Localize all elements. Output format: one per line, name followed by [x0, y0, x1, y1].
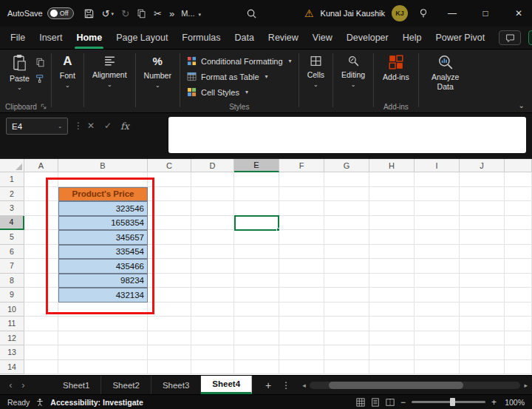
scroll-left-icon[interactable]: ◂: [302, 382, 306, 389]
cell-G5[interactable]: [324, 230, 369, 245]
cell-B5[interactable]: 345657: [58, 230, 148, 245]
cell-A11[interactable]: [24, 317, 58, 331]
cell-A2[interactable]: [24, 187, 58, 202]
autosave-toggle[interactable]: Off: [47, 7, 74, 19]
cancel-entry-icon[interactable]: ✕: [87, 121, 95, 131]
cell-B7[interactable]: 435466: [58, 259, 148, 274]
cell-B2[interactable]: Product's Price: [58, 187, 148, 202]
cell-C13[interactable]: [148, 345, 191, 360]
more-commands-icon[interactable]: »: [169, 9, 174, 18]
copy-small-icon[interactable]: [35, 58, 45, 67]
cut-icon[interactable]: ✂: [154, 9, 162, 18]
cell-D4[interactable]: [191, 216, 234, 231]
cell-F14[interactable]: [279, 360, 324, 375]
user-name[interactable]: Kunal Jai Kaushik: [321, 9, 385, 18]
cell-A14[interactable]: [24, 360, 58, 375]
cell-F4[interactable]: [279, 216, 324, 231]
close-button[interactable]: ✕: [505, 0, 532, 27]
search-icon[interactable]: [246, 8, 257, 19]
row-header-11[interactable]: 11: [0, 317, 24, 331]
clipboard-dialog-launcher-icon[interactable]: [41, 104, 47, 109]
cells-button[interactable]: Cells ⌄: [303, 52, 329, 87]
cell-H9[interactable]: [369, 288, 415, 302]
cell-partial-row-11[interactable]: [505, 317, 532, 331]
redo-button[interactable]: ↻: [121, 9, 129, 18]
column-header-partial[interactable]: [505, 159, 532, 172]
sheet-nav-right-icon[interactable]: ›: [17, 379, 30, 391]
cell-C7[interactable]: [148, 259, 191, 274]
cell-I1[interactable]: [415, 172, 460, 187]
cell-J6[interactable]: [460, 245, 505, 260]
cell-B13[interactable]: [58, 345, 148, 360]
cell-I10[interactable]: [415, 302, 460, 317]
cell-J1[interactable]: [460, 172, 505, 187]
cell-D5[interactable]: [191, 230, 234, 245]
font-button[interactable]: A Font ⌄: [55, 52, 80, 88]
cell-I13[interactable]: [415, 345, 460, 360]
column-header-e[interactable]: E: [234, 159, 279, 172]
new-sheet-button[interactable]: +: [265, 379, 271, 391]
cell-F7[interactable]: [279, 259, 324, 274]
cell-G1[interactable]: [324, 172, 369, 187]
cell-I12[interactable]: [415, 331, 460, 346]
cell-A12[interactable]: [24, 331, 58, 346]
cell-C9[interactable]: [148, 288, 191, 302]
cell-H2[interactable]: [369, 187, 415, 202]
cell-E7[interactable]: [234, 259, 279, 274]
format-as-table-button[interactable]: Format as Table ▾: [184, 69, 295, 84]
cell-H12[interactable]: [369, 331, 415, 346]
menu-item-power-pivot[interactable]: Power Pivot: [435, 27, 485, 49]
cell-B11[interactable]: [58, 317, 148, 331]
cell-J11[interactable]: [460, 317, 505, 331]
menu-item-file[interactable]: File: [10, 27, 25, 49]
cell-partial-row-10[interactable]: [505, 302, 532, 317]
cell-E14[interactable]: [234, 360, 279, 375]
cell-B8[interactable]: 98234: [58, 274, 148, 288]
menu-item-developer[interactable]: Developer: [347, 27, 389, 49]
save-icon[interactable]: [83, 8, 95, 19]
scrollbar-thumb[interactable]: [329, 382, 464, 389]
column-header-h[interactable]: H: [369, 159, 415, 172]
menu-item-view[interactable]: View: [313, 27, 332, 49]
collapse-ribbon-icon[interactable]: ⌄: [519, 101, 525, 109]
cell-E13[interactable]: [234, 345, 279, 360]
conditional-formatting-button[interactable]: Conditional Formatting ▾: [184, 53, 295, 69]
cell-I2[interactable]: [415, 187, 460, 202]
sheet-nav-left-icon[interactable]: ‹: [4, 379, 17, 391]
sheet-tab-sheet4[interactable]: Sheet4: [201, 376, 252, 394]
cell-D8[interactable]: [191, 274, 234, 288]
cell-B9[interactable]: 432134: [58, 288, 148, 302]
horizontal-scrollbar[interactable]: ◂ ▸: [302, 382, 528, 389]
quick-access-menu[interactable]: M... ▾: [181, 9, 201, 18]
cell-F11[interactable]: [279, 317, 324, 331]
cell-E8[interactable]: [234, 274, 279, 288]
cell-A10[interactable]: [24, 302, 58, 317]
analyze-data-button[interactable]: Analyze Data: [423, 52, 468, 91]
cell-partial-row-6[interactable]: [505, 245, 532, 260]
cell-C4[interactable]: [148, 216, 191, 231]
normal-view-icon[interactable]: [356, 398, 365, 407]
cell-F6[interactable]: [279, 245, 324, 260]
cell-J3[interactable]: [460, 201, 505, 216]
cell-A3[interactable]: [24, 201, 58, 216]
maximize-button[interactable]: □: [472, 0, 499, 27]
cell-partial-row-3[interactable]: [505, 201, 532, 216]
cell-J12[interactable]: [460, 331, 505, 346]
column-header-g[interactable]: G: [324, 159, 369, 172]
cell-partial-row-9[interactable]: [505, 288, 532, 302]
cell-partial-row-13[interactable]: [505, 345, 532, 360]
cell-I9[interactable]: [415, 288, 460, 302]
name-box-splitter[interactable]: ⋮: [74, 121, 83, 131]
cell-F9[interactable]: [279, 288, 324, 302]
format-painter-icon[interactable]: [35, 74, 45, 84]
row-header-12[interactable]: 12: [0, 331, 24, 346]
cell-C8[interactable]: [148, 274, 191, 288]
cell-partial-row-5[interactable]: [505, 230, 532, 245]
cell-G7[interactable]: [324, 259, 369, 274]
cell-E9[interactable]: [234, 288, 279, 302]
confirm-entry-icon[interactable]: ✓: [104, 121, 112, 131]
cell-D1[interactable]: [191, 172, 234, 187]
menu-item-insert[interactable]: Insert: [39, 27, 62, 49]
cell-C5[interactable]: [148, 230, 191, 245]
cell-G2[interactable]: [324, 187, 369, 202]
